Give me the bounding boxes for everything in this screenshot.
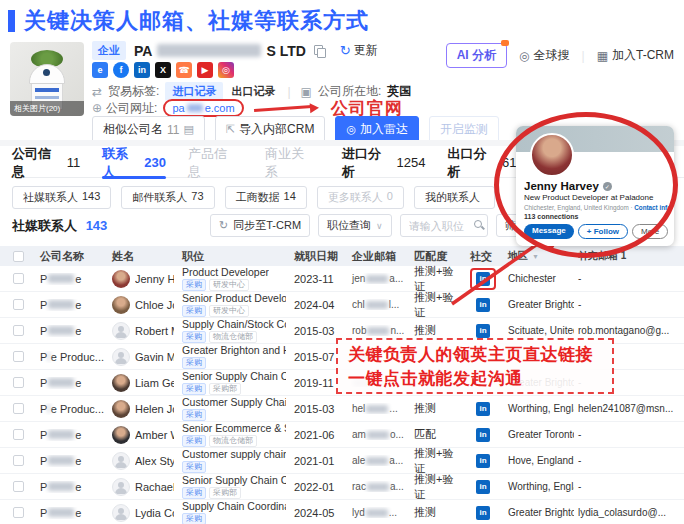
similar-companies-button[interactable]: 相似公司名 11 ▤	[92, 116, 205, 143]
linkedin-icon[interactable]: in	[476, 480, 490, 494]
row-checkbox[interactable]	[13, 429, 24, 440]
contact-pill-1[interactable]: 社媒联系人143	[12, 186, 111, 209]
blurred-company	[48, 482, 74, 491]
filter-icon[interactable]: ▼	[532, 253, 539, 260]
website-link[interactable]: pa e.com	[172, 102, 234, 114]
tab-5[interactable]: 进口分析1254	[342, 148, 425, 178]
tab-4[interactable]: 商业关系	[265, 148, 320, 178]
profile-connections: 113 connections	[524, 213, 666, 220]
row-checkbox[interactable]	[13, 507, 24, 518]
blurred-company	[48, 326, 74, 335]
join-tcrm-button[interactable]: ▦ 加入T-CRM	[597, 47, 674, 64]
ai-analysis-button[interactable]: AI 分析	[446, 43, 507, 68]
join-tcrm-label: 加入T-CRM	[612, 47, 674, 64]
linkedin-icon[interactable]: in	[134, 62, 150, 78]
contact-info-link[interactable]: Contact info	[634, 204, 671, 211]
company-image[interactable]: 相关图片(20)	[10, 42, 84, 116]
blurred-company	[48, 274, 74, 283]
linkedin-link-wrap: in	[470, 502, 496, 524]
region: Scituate, United St...	[504, 325, 574, 336]
join-date: 2021-01	[290, 455, 348, 467]
extra-email: rob.montagano@g...	[574, 325, 684, 336]
instagram-icon[interactable]: ◎	[218, 62, 234, 78]
row-checkbox[interactable]	[13, 325, 24, 336]
job-tags: 采购物流仓储部	[182, 435, 257, 447]
avatar	[112, 478, 130, 496]
blurred-email	[366, 405, 388, 413]
linkedin-icon[interactable]: in	[476, 298, 490, 312]
select-all-checkbox[interactable]	[13, 251, 24, 262]
job-title-cell: Greater Brighton and Hove Area 采购	[178, 344, 290, 369]
table-row: P e Lydia Colasurdo Supply Chain Coordin…	[0, 500, 684, 524]
linkedin-icon[interactable]: in	[476, 402, 490, 416]
job-tag: 采购	[182, 435, 206, 447]
contact-name-cell: Chloe Jones	[108, 296, 178, 314]
start-monitoring-button[interactable]: 开启监测	[429, 116, 499, 143]
row-checkbox[interactable]	[13, 403, 24, 414]
linkedin-icon[interactable]: in	[476, 272, 490, 286]
match-level: 匹配	[410, 427, 462, 442]
position-query-select[interactable]: 职位查询 ∨	[318, 214, 392, 237]
global-search-button[interactable]: ◎ 全球搜	[519, 47, 569, 64]
tab-3[interactable]: 产品信息	[188, 148, 243, 178]
message-button[interactable]: Message	[524, 224, 574, 239]
linkedin-icon[interactable]: in	[476, 506, 490, 520]
tab-6[interactable]: 出口分析611	[447, 148, 522, 178]
page-title: 关键决策人邮箱、社媒等联系方式	[8, 6, 369, 36]
row-checkbox[interactable]	[13, 377, 24, 388]
linkedin-icon[interactable]: in	[476, 454, 490, 468]
sync-to-tcrm-button[interactable]: ↻ 同步至T-CRM	[210, 214, 310, 237]
youtube-icon[interactable]: ▶	[197, 62, 213, 78]
contact-pill-5[interactable]: 我的联系人	[414, 186, 495, 209]
job-title-cell: Senior Ecommerce & Supply Cha... 采购物流仓储部	[178, 422, 290, 447]
job-tag: 研发中心	[209, 305, 249, 317]
job-tag: 物流仓储部	[209, 331, 257, 343]
linkedin-icon[interactable]: in	[476, 324, 490, 338]
table-body: P e Jenny Harvey Product Developer 采购研发中…	[0, 266, 684, 524]
facebook-icon[interactable]: f	[113, 62, 129, 78]
contact-name-cell: Liam Gent	[108, 374, 178, 392]
row-checkbox[interactable]	[13, 351, 24, 362]
contact-pill-2[interactable]: 邮件联系人73	[121, 186, 214, 209]
tab-2[interactable]: 联系人230	[102, 148, 166, 178]
job-title: Senior Ecommerce & Supply Cha...	[182, 422, 286, 434]
avatar	[112, 504, 130, 522]
tab-1[interactable]: 公司信息11	[12, 148, 80, 178]
match-level: 推测+验证	[410, 472, 462, 502]
job-tag: 采购	[182, 383, 206, 395]
blurred-email	[366, 301, 388, 309]
linkedin-icon[interactable]: in	[476, 428, 490, 442]
table-row: P e Amber Whitty Senior Ecommerce & Supp…	[0, 422, 684, 448]
refresh-button[interactable]: ↻ 更新	[340, 42, 378, 59]
row-checkbox[interactable]	[13, 299, 24, 310]
related-images-caption[interactable]: 相关图片(20)	[10, 101, 84, 116]
phone-icon[interactable]: ☎	[176, 62, 192, 78]
follow-button[interactable]: + Follow	[578, 224, 628, 239]
join-radar-button[interactable]: ◎ 加入雷达	[335, 116, 419, 143]
search-icon[interactable]	[474, 220, 482, 228]
join-date: 2015-03	[290, 325, 348, 337]
join-date: 2022-01	[290, 481, 348, 493]
more-button[interactable]: More	[632, 224, 668, 239]
planter-image-part	[43, 69, 50, 76]
company-email-cell: am o...	[348, 429, 410, 440]
row-checkbox[interactable]	[13, 481, 24, 492]
contact-pill-4[interactable]: 更多联系人0	[317, 186, 404, 209]
copy-icon[interactable]	[314, 45, 324, 56]
table-row: P e Rachael Kelly Senior Supply Chain Co…	[0, 474, 684, 500]
x-icon[interactable]: X	[155, 62, 171, 78]
join-date: 2021-06	[290, 429, 348, 441]
company-email-cell: rob n...	[348, 325, 410, 336]
extra-email: -	[574, 481, 684, 492]
profile-location-row: Chichester, England, United Kingdom · Co…	[524, 204, 666, 211]
import-crm-button[interactable]: ⇱ 导入内部CRM	[215, 116, 326, 143]
avatar	[112, 452, 130, 470]
job-title: Customer Supply Chain	[182, 396, 286, 408]
row-checkbox[interactable]	[13, 273, 24, 284]
extra-email: -	[574, 455, 684, 466]
row-checkbox[interactable]	[13, 455, 24, 466]
avatar	[112, 348, 130, 366]
job-tags: 采购研发中心	[182, 279, 249, 291]
website-icon[interactable]: e	[92, 62, 108, 78]
contact-pill-3[interactable]: 工商数据14	[225, 186, 307, 209]
